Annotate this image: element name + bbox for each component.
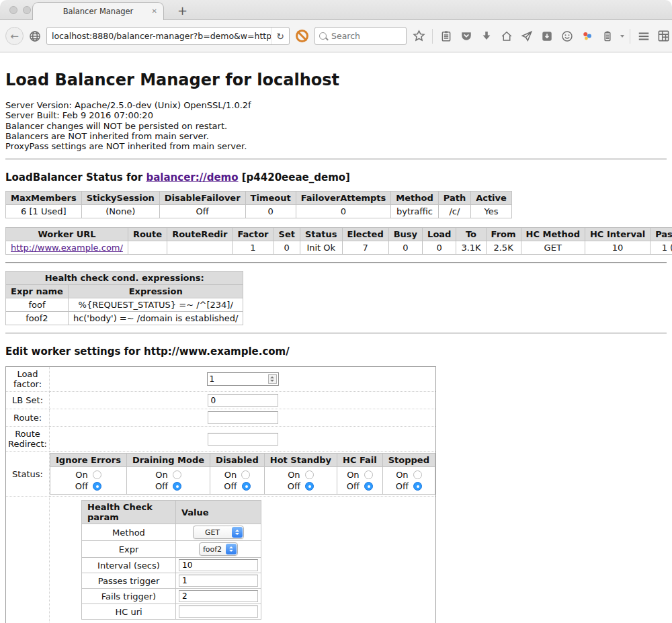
param-value-cell (176, 604, 261, 620)
status-hc-fail-cell: On Off (337, 467, 383, 495)
load-factor-stepper[interactable] (207, 372, 279, 386)
field-cell (50, 427, 436, 452)
close-tab-icon[interactable]: ✕ (152, 7, 157, 15)
table-cell: 1 (0) (650, 241, 672, 255)
hc-interval-input[interactable] (179, 559, 258, 571)
radio-on[interactable] (413, 470, 422, 479)
overflow-caret-icon[interactable] (620, 35, 624, 38)
radio-off[interactable] (242, 482, 251, 491)
download-icon (480, 30, 493, 42)
radio-off[interactable] (173, 482, 181, 491)
radio-on[interactable] (173, 470, 181, 479)
hc-passes-input[interactable] (179, 575, 258, 587)
column-header: RouteRedir (167, 228, 233, 241)
titlebar: Balancer Manager ✕ + (0, 0, 672, 20)
square-download-icon (541, 30, 553, 42)
column-header: Draining Mode (126, 454, 210, 467)
table-cell: 7 (342, 241, 388, 255)
radio-on[interactable] (364, 470, 373, 479)
form-row: Route: (6, 409, 436, 427)
table-header-row: Worker URL Route RouteRedir Factor Set S… (6, 228, 672, 241)
table-row: Expr foof2 (82, 541, 261, 558)
column-header: Elected (342, 228, 388, 241)
radio-off[interactable] (305, 482, 314, 491)
column-header: Factor (233, 228, 274, 241)
menu-button[interactable] (636, 28, 651, 44)
page-title: Load Balancer Manager for localhost (5, 71, 667, 89)
lb-set-input[interactable] (208, 394, 278, 407)
close-window-icon[interactable] (9, 6, 17, 14)
param-label: Passes trigger (82, 573, 176, 589)
status-stopped-cell: On Off (382, 467, 435, 495)
table-title: Health check cond. expressions: (6, 272, 243, 285)
site-identity-button[interactable] (28, 30, 42, 43)
form-row: Route Redirect: (6, 427, 436, 452)
expression-cell: hc('body') =~ /domain is established/ (68, 312, 243, 325)
table-cell: Yes (471, 205, 512, 218)
url-input[interactable] (52, 31, 271, 41)
param-value-cell (176, 589, 261, 604)
status-draining-mode-cell: On Off (126, 467, 210, 495)
hc-fails-input[interactable] (179, 590, 258, 602)
feedback-button[interactable] (559, 28, 575, 44)
save-panel-button[interactable] (539, 28, 554, 44)
form-row: Status: Ignore Errors Draining Mode Disa… (6, 452, 436, 497)
hc-method-select[interactable]: GET (193, 526, 244, 539)
load-factor-input[interactable] (208, 373, 267, 385)
extension-button[interactable] (579, 28, 595, 44)
browser-window: Balancer Manager ✕ + ← ↻ (0, 0, 672, 52)
browser-tab[interactable]: Balancer Manager ✕ (32, 2, 164, 20)
radio-on[interactable] (305, 470, 314, 479)
radio-off[interactable] (413, 482, 422, 491)
tab-groups-button[interactable] (656, 28, 671, 44)
minimize-window-icon[interactable] (23, 6, 31, 14)
balancer-status-heading: LoadBalancer Status for balancer://demo … (5, 171, 667, 183)
url-bar[interactable]: ↻ (46, 27, 290, 45)
downloads-button[interactable] (478, 28, 494, 44)
content-blocked-icon[interactable] (296, 30, 308, 42)
pocket-icon (460, 30, 472, 42)
route-redirect-input[interactable] (208, 433, 278, 446)
search-bar[interactable] (314, 27, 407, 45)
table-cell: http://www.example.com/ (6, 241, 128, 255)
battery-extension-button[interactable] (599, 28, 615, 44)
search-input[interactable] (330, 30, 390, 42)
table-row: Passes trigger (82, 573, 261, 589)
divider (5, 159, 667, 160)
route-input[interactable] (208, 411, 278, 424)
radio-off[interactable] (364, 482, 373, 491)
radio-off[interactable] (93, 482, 101, 491)
table-row: 6 [1 Used] (None) Off 0 0 bytraffic /c/ … (6, 205, 512, 218)
table-cell: Init Ok (300, 241, 342, 255)
home-button[interactable] (499, 28, 514, 44)
pocket-button[interactable] (458, 28, 474, 44)
hc-uri-input[interactable] (179, 606, 258, 618)
colored-dots-icon (581, 30, 593, 42)
table-cell (167, 241, 233, 255)
field-cell (50, 409, 436, 427)
field-label: LB Set: (6, 392, 50, 409)
globe-icon (29, 30, 41, 42)
column-header: FailoverAttempts (296, 192, 391, 205)
divider (5, 262, 667, 263)
balancer-link[interactable]: balancer://demo (146, 171, 238, 183)
bookmark-star-button[interactable] (411, 28, 427, 44)
column-header: Timeout (245, 192, 296, 205)
back-button[interactable]: ← (5, 27, 24, 45)
radio-on[interactable] (241, 470, 250, 479)
navigation-toolbar: ← ↻ (0, 20, 672, 52)
status-table: Ignore Errors Draining Mode Disabled Hot… (50, 453, 435, 495)
reload-button[interactable]: ↻ (271, 28, 289, 44)
radio-on[interactable] (93, 470, 101, 479)
send-tab-button[interactable] (519, 28, 534, 44)
column-header: Expression (68, 285, 243, 298)
hc-expr-select[interactable]: foof2 (199, 542, 238, 556)
table-cell: 3.1K (456, 241, 486, 255)
column-header: Expr name (6, 285, 69, 298)
number-spinner-icon[interactable] (268, 374, 277, 384)
page-content: Load Balancer Manager for localhost Serv… (0, 71, 672, 623)
worker-url-link[interactable]: http://www.example.com/ (11, 243, 123, 253)
reading-list-button[interactable] (438, 28, 454, 44)
table-cell: 0 (274, 241, 300, 255)
new-tab-button[interactable]: + (177, 3, 187, 17)
